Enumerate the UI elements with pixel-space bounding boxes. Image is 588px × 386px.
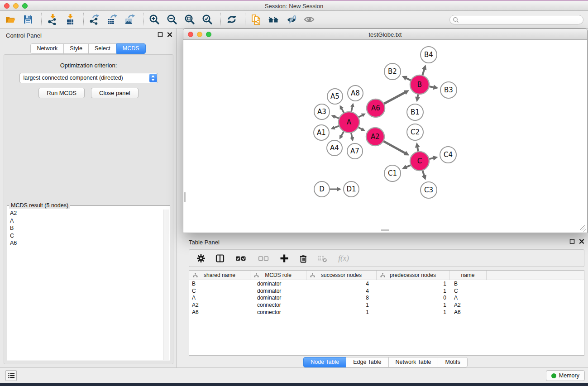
table-row[interactable]: Adominator80A bbox=[189, 294, 584, 301]
mcds-result-item[interactable]: A2 bbox=[8, 210, 163, 217]
graph-node-A4[interactable]: A4 bbox=[327, 140, 342, 156]
hide-selected-icon[interactable] bbox=[286, 14, 297, 25]
mcds-result-item[interactable]: B bbox=[8, 224, 163, 232]
graph-node-B4[interactable]: B4 bbox=[421, 47, 437, 63]
column-header-shared-name[interactable]: shared name bbox=[189, 271, 250, 280]
table-row[interactable]: A2connector11A2 bbox=[189, 301, 584, 309]
tab-edge-table[interactable]: Edge Table bbox=[346, 357, 388, 367]
mcds-result-list[interactable]: A2ABCA6 bbox=[8, 210, 163, 360]
table-row[interactable]: A6connector11A6 bbox=[189, 309, 584, 316]
tab-select[interactable]: Select bbox=[88, 43, 117, 54]
network-horizontal-scrollbar[interactable] bbox=[381, 229, 389, 231]
zoom-in-icon[interactable] bbox=[148, 14, 160, 25]
table-cell[interactable]: dominator bbox=[250, 295, 306, 301]
criterion-dropdown[interactable]: largest connected component (directed) bbox=[19, 73, 158, 83]
table-cell[interactable]: 1 bbox=[377, 281, 449, 287]
show-selected-icon[interactable] bbox=[303, 14, 315, 25]
graph-edge-B-B4[interactable] bbox=[422, 69, 425, 76]
graph-node-C4[interactable]: C4 bbox=[440, 147, 456, 163]
close-panel-icon[interactable] bbox=[167, 32, 172, 38]
delete-table-icon[interactable] bbox=[317, 253, 328, 264]
table-cell[interactable]: 1 bbox=[377, 309, 449, 315]
table-cell[interactable]: A bbox=[189, 295, 250, 301]
graph-node-D1[interactable]: D1 bbox=[344, 181, 359, 197]
network-vertical-scrollbar[interactable] bbox=[184, 192, 186, 202]
float-panel-icon[interactable] bbox=[158, 32, 163, 38]
column-header-name[interactable]: name bbox=[449, 271, 487, 280]
table-cell[interactable]: connector bbox=[250, 309, 306, 315]
close-panel-icon[interactable] bbox=[579, 238, 584, 244]
network-canvas[interactable]: B4B2BB3A8A5A6A3B1AA1C2A2A4A7C4CC1DD1C3 bbox=[184, 40, 587, 232]
graph-node-B1[interactable]: B1 bbox=[407, 104, 423, 120]
zoom-out-icon[interactable] bbox=[166, 14, 178, 25]
save-icon[interactable] bbox=[22, 14, 34, 25]
deselect-all-checkbox-icon[interactable] bbox=[256, 253, 271, 264]
graph-node-C[interactable]: C bbox=[410, 152, 429, 171]
table-cell[interactable]: 1 bbox=[377, 288, 449, 294]
memory-button[interactable]: Memory bbox=[546, 370, 585, 381]
column-header-successor-nodes[interactable]: successor nodes bbox=[306, 271, 377, 280]
graph-node-B[interactable]: B bbox=[410, 75, 429, 94]
export-table-icon[interactable] bbox=[106, 14, 118, 25]
mcds-result-item[interactable]: A6 bbox=[8, 239, 163, 247]
network-window-titlebar[interactable]: testGlobe.txt bbox=[183, 29, 587, 40]
table-cell[interactable]: 1 bbox=[377, 302, 449, 308]
table-cell[interactable]: B bbox=[189, 281, 250, 287]
tab-node-table[interactable]: Node Table bbox=[303, 357, 346, 367]
table-cell[interactable]: 1 bbox=[306, 309, 377, 315]
float-panel-icon[interactable] bbox=[569, 238, 575, 244]
show-all-networks-icon[interactable] bbox=[268, 14, 280, 25]
table-cell[interactable]: 8 bbox=[306, 295, 377, 301]
table-cell[interactable]: dominator bbox=[250, 281, 306, 287]
table-cell[interactable]: 0 bbox=[377, 295, 449, 301]
column-header-MCDS-role[interactable]: MCDS role bbox=[250, 271, 306, 280]
resize-grip-icon[interactable] bbox=[580, 225, 586, 232]
mcds-result-item[interactable]: A bbox=[8, 217, 163, 225]
table-cell[interactable]: B bbox=[449, 281, 487, 287]
table-cell[interactable]: 1 bbox=[306, 302, 377, 308]
graph-node-A2[interactable]: A2 bbox=[366, 128, 384, 146]
table-cell[interactable]: A6 bbox=[189, 309, 250, 315]
graph-node-A1[interactable]: A1 bbox=[314, 125, 329, 140]
table-cell[interactable]: connector bbox=[250, 302, 306, 308]
graph-edge-A6-B[interactable] bbox=[383, 92, 406, 104]
delete-column-icon[interactable] bbox=[298, 253, 309, 264]
tab-style[interactable]: Style bbox=[63, 43, 89, 54]
zoom-selected-icon[interactable] bbox=[201, 14, 213, 25]
network-graph[interactable]: B4B2BB3A8A5A6A3B1AA1C2A2A4A7C4CC1DD1C3 bbox=[184, 40, 587, 232]
graph-node-A8[interactable]: A8 bbox=[348, 86, 363, 101]
table-cell[interactable]: A2 bbox=[449, 302, 487, 308]
zoom-fit-icon[interactable] bbox=[184, 14, 196, 25]
search-input[interactable] bbox=[449, 15, 583, 24]
add-column-icon[interactable] bbox=[279, 253, 290, 264]
select-all-checkbox-icon[interactable] bbox=[234, 253, 248, 264]
graph-node-C1[interactable]: C1 bbox=[384, 165, 401, 181]
new-network-icon[interactable] bbox=[250, 14, 262, 25]
table-row[interactable]: Bdominator41B bbox=[189, 280, 584, 287]
task-history-button[interactable] bbox=[5, 370, 17, 381]
table-cell[interactable]: C bbox=[189, 288, 250, 294]
table-row[interactable]: Cdominator41C bbox=[189, 287, 584, 295]
table-cell[interactable]: A bbox=[449, 295, 487, 301]
export-network-icon[interactable] bbox=[89, 14, 100, 25]
table-cell[interactable]: A2 bbox=[189, 302, 250, 308]
table-cell[interactable]: 4 bbox=[306, 288, 377, 294]
graph-node-A[interactable]: A bbox=[339, 112, 359, 133]
graph-node-A3[interactable]: A3 bbox=[314, 104, 330, 119]
run-mcds-button[interactable]: Run MCDS bbox=[38, 88, 85, 98]
tab-mcds[interactable]: MCDS bbox=[116, 43, 146, 54]
gear-icon[interactable] bbox=[196, 253, 206, 264]
mcds-result-item[interactable]: C bbox=[8, 232, 163, 240]
graph-node-C3[interactable]: C3 bbox=[421, 182, 437, 198]
refresh-layout-icon[interactable] bbox=[226, 14, 238, 25]
import-table-icon[interactable] bbox=[64, 14, 76, 25]
graph-edge-A2-C[interactable] bbox=[383, 141, 406, 153]
open-folder-icon[interactable] bbox=[5, 14, 16, 25]
table-cell[interactable]: A6 bbox=[449, 309, 487, 315]
tab-network[interactable]: Network bbox=[30, 43, 64, 54]
column-header-predecessor-nodes[interactable]: predecessor nodes bbox=[377, 271, 449, 280]
table-cell[interactable]: dominator bbox=[250, 288, 306, 294]
split-columns-icon[interactable] bbox=[215, 253, 225, 264]
graph-node-A5[interactable]: A5 bbox=[327, 89, 343, 104]
graph-node-A7[interactable]: A7 bbox=[347, 143, 363, 159]
